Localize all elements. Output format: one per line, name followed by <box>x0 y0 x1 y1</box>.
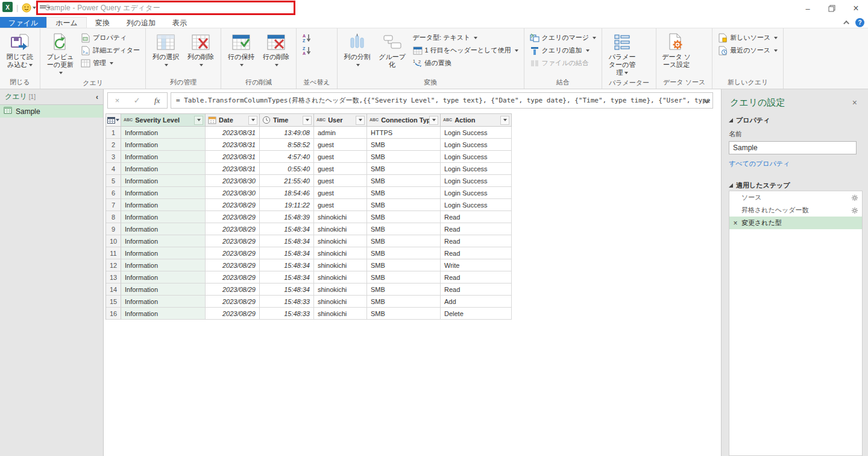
column-header-date[interactable]: Date <box>206 114 260 127</box>
cell-time[interactable]: 13:49:08 <box>260 127 314 139</box>
recent-sources-button[interactable]: 最近のソース <box>715 45 780 56</box>
replace-values-button[interactable]: 12値の置換 <box>410 57 521 69</box>
column-header-user[interactable]: ABCUser <box>314 114 367 127</box>
cell-connection-type[interactable]: HTTPS <box>367 127 441 139</box>
split-column-button[interactable]: 列の分割 <box>341 30 374 70</box>
cell-user[interactable]: shinokichi <box>314 308 367 320</box>
column-header-action[interactable]: ABCAction <box>441 114 512 127</box>
cell-connection-type[interactable]: SMB <box>367 296 441 308</box>
cell-time[interactable]: 15:48:33 <box>260 308 314 320</box>
merge-queries-button[interactable]: クエリのマージ <box>527 32 599 43</box>
cell-date[interactable]: 2023/08/31 <box>206 139 260 151</box>
cell-date[interactable]: 2023/08/31 <box>206 151 260 163</box>
cell-connection-type[interactable]: SMB <box>367 259 441 271</box>
applied-step-item[interactable]: ×変更された型 <box>729 217 862 229</box>
append-queries-button[interactable]: クエリの追加 <box>527 45 599 56</box>
cell-time[interactable]: 15:48:34 <box>260 235 314 247</box>
column-header-connection-type[interactable]: ABCConnection Type <box>367 114 441 127</box>
cell-user[interactable]: shinokichi <box>314 271 367 283</box>
cell-action[interactable]: Login Success <box>441 127 512 139</box>
cell-user[interactable]: shinokichi <box>314 235 367 247</box>
cell-user[interactable]: guest <box>314 163 367 175</box>
cell-connection-type[interactable]: SMB <box>367 139 441 151</box>
sort-ascending-button[interactable]: AZ <box>300 32 314 43</box>
cell-date[interactable]: 2023/08/29 <box>206 223 260 235</box>
filter-dropdown-icon[interactable] <box>303 116 312 125</box>
cell-date[interactable]: 2023/08/29 <box>206 259 260 271</box>
cell-time[interactable]: 15:48:34 <box>260 223 314 235</box>
cell-severity-level[interactable]: Information <box>121 308 206 320</box>
cell-action[interactable]: Write <box>441 259 512 271</box>
cell-action[interactable]: Login Success <box>441 199 512 211</box>
cell-action[interactable]: Login Success <box>441 187 512 199</box>
restore-button[interactable] <box>820 0 844 17</box>
cell-date[interactable]: 2023/08/29 <box>206 199 260 211</box>
cell-severity-level[interactable]: Information <box>121 139 206 151</box>
new-source-button[interactable]: 新しいソース <box>715 32 780 43</box>
cell-time[interactable]: 21:55:40 <box>260 175 314 187</box>
data-source-settings-button[interactable]: データ ソース設定 <box>659 30 693 70</box>
cell-user[interactable]: shinokichi <box>314 211 367 223</box>
cell-user[interactable]: guest <box>314 199 367 211</box>
remove-columns-button[interactable]: 列の削除 <box>184 30 218 70</box>
tab-ホーム[interactable]: ホーム <box>46 17 87 28</box>
cell-time[interactable]: 15:48:33 <box>260 296 314 308</box>
cell-connection-type[interactable]: SMB <box>367 199 441 211</box>
cell-action[interactable]: Read <box>441 211 512 223</box>
cell-connection-type[interactable]: SMB <box>367 223 441 235</box>
properties-section-header[interactable]: プロパティ <box>729 116 861 125</box>
cell-user[interactable]: guest <box>314 151 367 163</box>
collapse-pane-icon[interactable]: ‹ <box>96 93 98 101</box>
cell-action[interactable]: Delete <box>441 308 512 320</box>
advanced-editor-button[interactable]: 詳細エディター <box>78 45 142 56</box>
cell-user[interactable]: shinokichi <box>314 259 367 271</box>
cell-connection-type[interactable]: SMB <box>367 247 441 259</box>
cell-time[interactable]: 15:48:34 <box>260 259 314 271</box>
cell-severity-level[interactable]: Information <box>121 223 206 235</box>
cell-date[interactable]: 2023/08/29 <box>206 296 260 308</box>
cell-connection-type[interactable]: SMB <box>367 163 441 175</box>
cell-severity-level[interactable]: Information <box>121 187 206 199</box>
cell-action[interactable]: Login Success <box>441 151 512 163</box>
cell-date[interactable]: 2023/08/29 <box>206 247 260 259</box>
manage-button[interactable]: 管理 <box>78 57 142 69</box>
formula-accept-icon[interactable]: ✓ <box>134 96 140 105</box>
cell-user[interactable]: shinokichi <box>314 283 367 296</box>
cell-date[interactable]: 2023/08/30 <box>206 187 260 199</box>
refresh-preview-button[interactable]: プレビューの更新 <box>43 30 77 78</box>
cell-severity-level[interactable]: Information <box>121 163 206 175</box>
applied-step-item[interactable]: ソース <box>729 191 862 204</box>
cell-connection-type[interactable]: SMB <box>367 235 441 247</box>
use-first-row-as-headers-button[interactable]: 1 行目をヘッダーとして使用 <box>410 45 521 56</box>
cell-connection-type[interactable]: SMB <box>367 211 441 223</box>
cell-action[interactable]: Read <box>441 283 512 296</box>
cell-severity-level[interactable]: Information <box>121 127 206 139</box>
grid-corner-cell[interactable] <box>106 114 121 127</box>
cell-time[interactable]: 19:11:22 <box>260 199 314 211</box>
cell-severity-level[interactable]: Information <box>121 283 206 296</box>
cell-severity-level[interactable]: Information <box>121 271 206 283</box>
close-and-load-button[interactable]: 閉じて読み込む <box>3 30 37 70</box>
cell-time[interactable]: 15:48:34 <box>260 247 314 259</box>
cell-connection-type[interactable]: SMB <box>367 187 441 199</box>
filter-dropdown-icon[interactable] <box>356 116 365 125</box>
filter-dropdown-icon[interactable] <box>194 116 203 125</box>
cell-severity-level[interactable]: Information <box>121 296 206 308</box>
cell-user[interactable]: guest <box>314 187 367 199</box>
column-header-time[interactable]: Time <box>260 114 314 127</box>
query-name-input[interactable] <box>729 141 857 154</box>
filter-dropdown-icon[interactable] <box>500 116 509 125</box>
cell-time[interactable]: 18:54:46 <box>260 187 314 199</box>
sort-descending-button[interactable]: ZA <box>300 45 314 56</box>
cell-time[interactable]: 4:57:40 <box>260 151 314 163</box>
settings-close-icon[interactable]: × <box>852 98 857 107</box>
manage-parameters-button[interactable]: パラメーターの管理 <box>605 30 639 78</box>
filter-dropdown-icon[interactable] <box>248 116 257 125</box>
cell-connection-type[interactable]: SMB <box>367 151 441 163</box>
cell-time[interactable]: 15:48:39 <box>260 211 314 223</box>
cell-severity-level[interactable]: Information <box>121 199 206 211</box>
cell-date[interactable]: 2023/08/29 <box>206 283 260 296</box>
cell-action[interactable]: Read <box>441 271 512 283</box>
cell-date[interactable]: 2023/08/30 <box>206 175 260 187</box>
column-header-severity-level[interactable]: ABCSeverity Level <box>121 114 206 127</box>
